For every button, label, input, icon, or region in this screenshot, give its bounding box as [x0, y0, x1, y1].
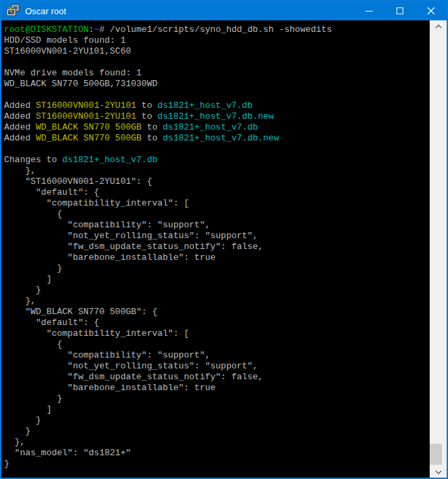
terminal-line: WD_BLACK SN770 500GB,731030WD — [4, 79, 430, 90]
terminal-line: ] — [4, 404, 430, 415]
terminal-line: "compatibility_interval": [ — [4, 198, 430, 209]
scrollbar-thumb[interactable] — [430, 444, 442, 465]
terminal-line: { — [4, 209, 430, 220]
terminal-line: } — [4, 426, 430, 437]
window-controls — [353, 1, 447, 20]
window-title: Oscar root — [25, 6, 66, 16]
terminal-line: NVMe drive models found: 1 — [4, 68, 430, 79]
terminal-line: Added WD_BLACK SN770 500GB to ds1821+_ho… — [4, 133, 430, 144]
terminal-line: root@DISKSTATION:~# /volume1/scripts/syn… — [4, 24, 430, 35]
terminal-line: "not_yet_rolling_status": "support", — [4, 231, 430, 242]
scroll-up-icon — [435, 24, 442, 28]
minimize-icon — [365, 11, 373, 12]
terminal-line: } — [4, 263, 430, 274]
close-button[interactable] — [415, 1, 447, 20]
terminal-line: "WD_BLACK SN770 500GB": { — [4, 307, 430, 318]
terminal-line: "nas_model": "ds1821+" — [4, 448, 430, 459]
maximize-icon — [396, 7, 403, 14]
terminal-line: Changes to ds1821+_host_v7.db — [4, 155, 430, 166]
putty-icon[interactable] — [6, 4, 20, 18]
terminal-line: }, — [4, 296, 430, 307]
terminal-line: Added ST16000VN001-2YU101 to ds1821+_hos… — [4, 111, 430, 122]
scroll-up-button[interactable] — [430, 20, 447, 32]
terminal-line: "fw_dsm_update_status_notify": false, — [4, 242, 430, 252]
terminal-line: } — [4, 459, 430, 470]
terminal-line: "default": { — [4, 187, 430, 198]
terminal-line: ST16000VN001-2YU101,SC60 — [4, 46, 430, 57]
minimize-button[interactable] — [353, 1, 384, 20]
terminal-line: "compatibility_interval": [ — [4, 328, 430, 339]
terminal-line: "barebone_installable": true — [4, 383, 430, 394]
terminal-line: } — [4, 285, 430, 296]
putty-window: Oscar root root@DISKSTATION:~# /volume1/… — [0, 0, 448, 479]
terminal-line: Added ST16000VN001-2YU101 to ds1821+_hos… — [4, 100, 430, 111]
terminal-line: "fw_dsm_update_status_notify": false, — [4, 372, 430, 383]
terminal-line: "default": { — [4, 318, 430, 328]
terminal-line: }, — [4, 166, 430, 176]
maximize-button[interactable] — [384, 1, 415, 20]
terminal-line: "ST16000VN001-2YU101": { — [4, 176, 430, 187]
terminal-line — [4, 90, 430, 100]
scrollbar[interactable] — [430, 20, 447, 478]
terminal-line: } — [4, 415, 430, 426]
terminal-line: } — [4, 394, 430, 404]
terminal-line: { — [4, 339, 430, 350]
terminal-line: ] — [4, 274, 430, 285]
terminal-line: "compatibility": "support", — [4, 350, 430, 361]
terminal-line: "barebone_installable": true — [4, 252, 430, 263]
terminal-line — [4, 57, 430, 68]
terminal-line: Added WD_BLACK SN770 500GB to ds1821+_ho… — [4, 122, 430, 133]
scroll-down-button[interactable] — [430, 466, 447, 478]
terminal-output[interactable]: root@DISKSTATION:~# /volume1/scripts/syn… — [1, 20, 430, 478]
terminal-line: "compatibility": "support", — [4, 220, 430, 231]
terminal-line: "not_yet_rolling_status": "support", — [4, 361, 430, 372]
terminal-line — [4, 144, 430, 155]
close-icon — [427, 7, 435, 15]
terminal-line: }, — [4, 437, 430, 448]
scroll-down-icon — [435, 470, 442, 474]
terminal-line: HDD/SSD models found: 1 — [4, 35, 430, 46]
titlebar: Oscar root — [1, 1, 447, 20]
